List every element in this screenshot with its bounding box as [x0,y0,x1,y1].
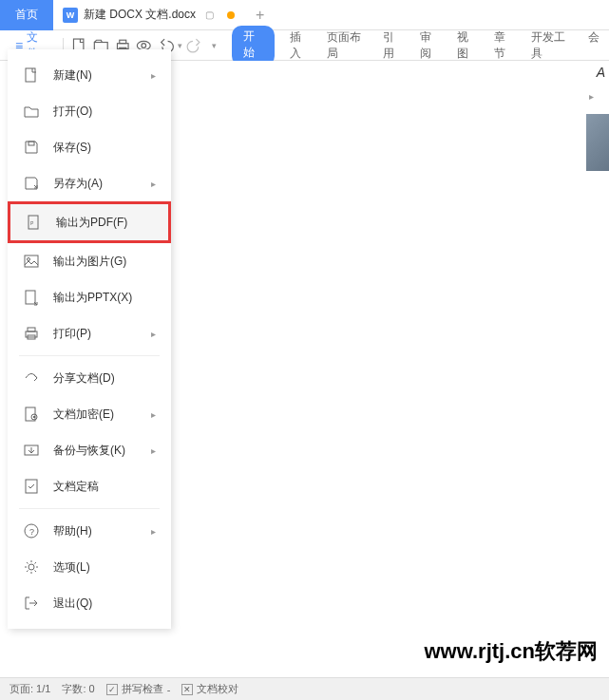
chevron-right-icon[interactable]: ▸ [589,91,594,102]
file-help-label: 帮助(H) [53,523,138,539]
tab-sections[interactable]: 章节 [492,26,516,66]
file-share[interactable]: 分享文档(D) [8,360,171,396]
file-export-image[interactable]: 输出为图片(G) [8,243,171,279]
checkbox-icon: ✓ [106,684,118,695]
font-indicator: A [597,65,605,80]
svg-rect-21 [26,480,37,493]
svg-point-12 [28,258,30,261]
doc-icon: W [63,8,78,23]
document-tab[interactable]: W 新建 DOCX 文档.docx ▢ [53,0,244,30]
tab-insert[interactable]: 插入 [288,26,312,66]
file-saveas[interactable]: 另存为(A) ▸ [8,165,171,201]
svg-rect-19 [33,416,35,418]
tab-window-icon[interactable]: ▢ [205,9,214,20]
tab-modified-indicator [227,11,235,19]
svg-point-5 [137,41,150,49]
svg-text:?: ? [29,527,34,537]
home-tab-label: 首页 [15,7,38,23]
undo-dropdown[interactable]: ▾ [178,41,182,50]
image-icon [23,253,40,270]
file-export-pptx[interactable]: 输出为PPTX(X) [8,279,171,315]
svg-point-24 [29,564,34,570]
tab-view[interactable]: 视图 [455,26,479,66]
file-save[interactable]: 保存(S) [8,129,171,165]
tab-references[interactable]: 引用 [381,26,405,66]
file-menu-panel: 新建(N) ▸ 打开(O) 保存(S) 另存为(A) ▸ P 输出为PDF(F)… [8,49,171,629]
redo-icon[interactable] [186,36,204,55]
file-backup-label: 备份与恢复(K) [53,443,138,459]
lock-icon [23,406,40,423]
folder-icon [23,103,40,120]
file-new-label: 新建(N) [53,67,138,84]
file-exit-label: 退出(Q) [53,596,156,612]
status-bar: 页面: 1/1 字数: 0 ✓ 拼写检查 - ✕ 文档校对 [0,677,609,700]
file-backup[interactable]: 备份与恢复(K) ▸ [8,432,171,468]
submenu-arrow-icon: ▸ [151,329,156,339]
qat-dropdown[interactable]: ▾ [212,41,217,50]
submenu-arrow-icon: ▸ [151,526,156,537]
pptx-icon [23,289,40,306]
gear-icon [23,558,40,576]
menu-separator [19,508,160,509]
tab-review[interactable]: 审阅 [418,26,442,66]
doc-name: 新建 DOCX 文档.docx [84,7,196,23]
save-icon [23,139,40,156]
new-icon [23,66,40,84]
file-open-label: 打开(O) [53,104,156,120]
svg-text:P: P [30,220,34,226]
svg-point-6 [142,43,146,47]
page-indicator[interactable]: 页面: 1/1 [10,682,50,696]
share-icon [23,369,40,387]
file-help[interactable]: ? 帮助(H) ▸ [8,513,171,549]
svg-rect-3 [119,40,125,43]
help-icon: ? [23,522,40,539]
submenu-arrow-icon: ▸ [151,445,156,456]
tab-more[interactable]: 会 [586,26,601,66]
doc-proof[interactable]: ✕ 文档校对 [181,682,238,696]
exit-icon [23,595,40,612]
file-options[interactable]: 选项(L) [8,549,171,585]
word-count[interactable]: 字数: 0 [62,682,94,696]
pdf-icon: P [26,214,43,231]
file-print[interactable]: 打印(P) ▸ [8,315,171,351]
spell-check[interactable]: ✓ 拼写检查 - [106,682,171,696]
file-saveas-label: 另存为(A) [53,176,138,192]
check-doc-icon [23,478,40,495]
submenu-arrow-icon: ▸ [151,70,156,81]
file-print-label: 打印(P) [53,326,138,342]
file-share-label: 分享文档(D) [53,370,156,387]
svg-rect-7 [26,68,35,82]
svg-rect-8 [29,142,34,145]
menu-separator [19,355,160,356]
svg-rect-13 [26,291,35,304]
file-save-label: 保存(S) [53,140,156,156]
file-finalize[interactable]: 文档定稿 [8,468,171,504]
file-export-pptx-label: 输出为PPTX(X) [53,290,156,306]
tab-start[interactable]: 开始 [232,26,275,66]
svg-rect-15 [28,328,35,331]
print-icon [23,325,40,342]
file-options-label: 选项(L) [53,559,156,576]
file-new[interactable]: 新建(N) ▸ [8,57,171,93]
file-open[interactable]: 打开(O) [8,93,171,129]
file-encrypt[interactable]: 文档加密(E) ▸ [8,396,171,432]
file-finalize-label: 文档定稿 [53,479,156,495]
backup-icon [23,442,40,459]
file-export-image-label: 输出为图片(G) [53,254,156,270]
checkbox-icon: ✕ [181,684,193,695]
file-encrypt-label: 文档加密(E) [53,407,138,423]
side-thumbnail [586,114,609,171]
document-page[interactable] [179,61,609,677]
file-export-pdf[interactable]: P 输出为PDF(F) [8,201,171,243]
tab-developer[interactable]: 开发工具 [529,26,573,66]
add-tab-button[interactable]: + [244,7,276,24]
svg-rect-11 [25,255,38,267]
submenu-arrow-icon: ▸ [151,409,156,420]
saveas-icon [23,175,40,192]
submenu-arrow-icon: ▸ [151,179,156,189]
watermark: www.rjtj.cn软荐网 [424,637,598,666]
tab-page-layout[interactable]: 页面布局 [325,26,369,66]
document-area[interactable] [179,61,609,677]
file-exit[interactable]: 退出(Q) [8,585,171,621]
file-export-pdf-label: 输出为PDF(F) [56,215,153,231]
